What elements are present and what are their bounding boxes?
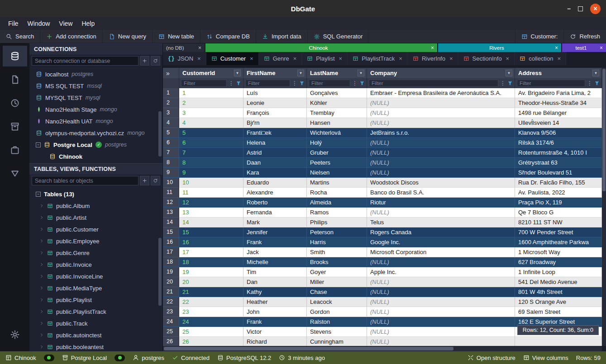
cell-lastname[interactable]: Ralston (307, 317, 367, 327)
row-number[interactable]: 20 (163, 277, 179, 287)
close-button[interactable]: × (590, 4, 601, 14)
cell-company[interactable]: (NULL) (367, 148, 515, 158)
cell-lastname[interactable]: Stevens (307, 327, 367, 337)
table-row[interactable]: 11LuísGonçalvesEmbraer - Empresa Brasile… (163, 88, 602, 98)
menu-view[interactable]: View (54, 19, 77, 28)
connection-item-mysql-test[interactable]: MYSQL TESTmysql (29, 92, 162, 104)
table-item-public-invoiceline[interactable]: public.InvoiceLine (29, 270, 162, 282)
cell-customerid[interactable]: 2 (179, 98, 243, 108)
tab-playlisttrack[interactable]: PlaylistTrack× (348, 52, 408, 65)
table-row[interactable]: 1111AlexandreRochaBanco do Brasil S.A.Av… (163, 188, 602, 198)
cell-customerid[interactable]: 6 (179, 138, 243, 148)
cell-company[interactable]: Microsoft Corporation (367, 247, 515, 257)
filter-input-customerid[interactable] (181, 80, 227, 87)
row-number[interactable]: 25 (163, 327, 179, 337)
cell-company[interactable]: Telus (367, 217, 515, 227)
connection-item-olympus-medportal-vychozi-cz[interactable]: olympus-medportal.vychozi.czmongo (29, 127, 162, 139)
close-icon[interactable]: × (431, 45, 434, 51)
tab-close-icon[interactable]: × (339, 55, 343, 62)
connections-scrollbar[interactable] (158, 111, 162, 156)
status-3-minutes-ago[interactable]: 3 minutes ago (279, 355, 325, 361)
cell-customerid[interactable]: 12 (179, 198, 243, 208)
cell-lastname[interactable]: Peterson (307, 227, 367, 237)
cell-lastname[interactable]: Gonçalves (307, 88, 367, 98)
cell-firstname[interactable]: Daan (243, 158, 307, 168)
cell-company[interactable]: (NULL) (367, 208, 515, 217)
cell-address[interactable]: Qe 7 Bloco G (515, 208, 602, 217)
cell-firstname[interactable]: Tim (243, 267, 307, 277)
cell-customerid[interactable]: 14 (179, 217, 243, 227)
cell-firstname[interactable]: Frank (243, 237, 307, 247)
collapse-icon[interactable]: − (36, 142, 41, 147)
status-rows-59[interactable]: Rows: 59 (576, 355, 601, 361)
cell-firstname[interactable]: Luís (243, 88, 307, 98)
table-item-public-track[interactable]: public.Track (29, 317, 162, 329)
cell-company[interactable]: JetBrains s.r.o. (367, 128, 515, 138)
cell-lastname[interactable]: Köhler (307, 98, 367, 108)
minimize-button[interactable]: – (567, 5, 571, 12)
row-number[interactable]: 23 (163, 307, 179, 317)
row-number[interactable]: 13 (163, 208, 179, 217)
cell-company[interactable]: (NULL) (367, 257, 515, 267)
connection-item-ms-sql-test[interactable]: MS SQL TESTmssql (29, 80, 162, 92)
toolbar-new-query[interactable]: New query (103, 30, 153, 43)
cell-lastname[interactable]: Harris (307, 237, 367, 247)
row-number[interactable]: 3 (163, 108, 179, 118)
toolbar-sql-generator[interactable]: SQL Generator (308, 30, 369, 43)
tab-close-icon[interactable]: × (506, 55, 510, 62)
row-number[interactable]: 19 (163, 267, 179, 277)
filter-input-firstname[interactable] (245, 80, 290, 87)
table-item-public-album[interactable]: public.Album (29, 200, 162, 212)
cell-company[interactable]: (NULL) (367, 317, 515, 327)
cell-company[interactable]: (NULL) (367, 168, 515, 178)
cell-address[interactable]: 8210 111 ST NW (515, 217, 602, 227)
cell-lastname[interactable]: Gruber (307, 148, 367, 158)
cell-firstname[interactable]: Astrid (243, 148, 307, 158)
tab-close-icon[interactable]: × (449, 55, 453, 62)
cell-address[interactable]: Rotenturmstraße 4, 1010 I (515, 148, 602, 158)
cell-company[interactable]: (NULL) (367, 138, 515, 148)
tab-close-icon[interactable]: × (293, 55, 297, 62)
grid-corner-button[interactable]: » (163, 68, 179, 78)
cell-firstname[interactable]: Heather (243, 297, 307, 307)
cell-lastname[interactable]: Chase (307, 287, 367, 297)
cell-address[interactable]: 541 Del Medio Avenue (515, 277, 602, 287)
cell-lastname[interactable]: Philips (307, 217, 367, 227)
cell-firstname[interactable]: Michelle (243, 257, 307, 267)
sidebar-icon-filter[interactable] (3, 163, 27, 184)
menu-file[interactable]: File (4, 19, 23, 28)
row-number[interactable]: 15 (163, 227, 179, 237)
cell-company[interactable]: Rogers Canada (367, 227, 515, 237)
cell-customerid[interactable]: 17 (179, 247, 243, 257)
cell-company[interactable]: (NULL) (367, 287, 515, 297)
tab-close-icon[interactable]: × (250, 55, 253, 62)
cell-customerid[interactable]: 11 (179, 188, 243, 198)
tab-group-no-db[interactable]: (no DB)× (163, 43, 205, 52)
cell-address[interactable]: 69 Salem Street (515, 307, 602, 317)
cell-company[interactable]: (NULL) (367, 118, 515, 128)
sidebar-icon-plugins[interactable] (3, 140, 27, 161)
table-row[interactable]: 1010EduardoMartinsWoodstock DiscosRua Dr… (163, 178, 602, 188)
status-connected[interactable]: Connected (172, 355, 210, 361)
column-dropdown-icon[interactable]: ▾ (297, 70, 304, 76)
table-row[interactable]: 1414MarkPhilipsTelus8210 111 ST NW (163, 217, 602, 227)
cell-address[interactable]: 1498 rue Bélanger (515, 108, 602, 118)
cell-lastname[interactable]: Wichterlová (307, 128, 367, 138)
toolbar-import-data[interactable]: Import data (256, 30, 308, 43)
connection-item-nano2health-stage[interactable]: Nano2Health Stagemongo (29, 104, 162, 115)
tab-collection[interactable]: collection× (515, 52, 566, 65)
tab-close-icon[interactable]: × (399, 55, 402, 62)
table-item-public-customer[interactable]: public.Customer (29, 223, 162, 235)
connection-item-chinook[interactable]: Chinook (29, 151, 162, 162)
cell-customerid[interactable]: 24 (179, 317, 243, 327)
table-row[interactable]: 1717JackSmithMicrosoft Corporation1 Micr… (163, 247, 602, 257)
cell-customerid[interactable]: 20 (179, 277, 243, 287)
cell-customerid[interactable]: 9 (179, 168, 243, 178)
cell-company[interactable]: Banco do Brasil S.A. (367, 188, 515, 198)
connection-item-postgre-local[interactable]: −Postgre Local✓postgres (29, 139, 162, 151)
row-number[interactable]: 26 (163, 337, 179, 347)
cell-customerid[interactable]: 18 (179, 257, 243, 267)
tab-group-test1[interactable]: test1× (562, 43, 606, 52)
cell-customerid[interactable]: 19 (179, 267, 243, 277)
cell-lastname[interactable]: Miller (307, 277, 367, 287)
